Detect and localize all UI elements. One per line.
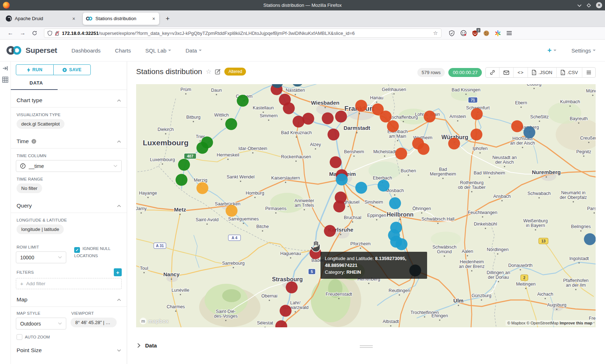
nav-dashboards[interactable]: Dashboards <box>71 47 100 54</box>
email-button[interactable] <box>499 68 513 77</box>
ignore-null-checkbox[interactable]: ✓ <box>74 247 80 253</box>
map-point[interactable] <box>511 120 523 132</box>
map-point[interactable] <box>237 95 249 107</box>
time-column-select[interactable]: __time <box>16 160 122 172</box>
auto-zoom-checkbox[interactable] <box>17 334 22 340</box>
menu-icon[interactable] <box>506 31 512 36</box>
export-json-button[interactable]: .JSON <box>528 68 556 77</box>
map-point[interactable] <box>396 238 408 250</box>
map-point[interactable] <box>324 225 336 237</box>
map-point[interactable] <box>302 113 314 125</box>
maximize-icon[interactable] <box>587 3 591 8</box>
map-point[interactable] <box>176 174 188 186</box>
minimize-icon[interactable] <box>577 4 582 7</box>
new-tab-button[interactable]: + <box>163 14 172 23</box>
tab-apache-druid[interactable]: Apache Druid × <box>3 13 79 25</box>
reload-icon[interactable] <box>29 31 40 36</box>
map-point[interactable] <box>335 111 347 123</box>
map-point[interactable] <box>471 108 483 120</box>
improve-map-link[interactable]: Improve this map <box>560 321 592 325</box>
add-filter-box[interactable]: + Add filter <box>16 278 122 289</box>
expand-panel-icon[interactable] <box>3 66 8 71</box>
back-button[interactable]: ← <box>4 30 17 36</box>
add-new-button[interactable]: + <box>547 46 556 55</box>
close-icon[interactable]: ✕ <box>596 2 602 8</box>
map-point[interactable] <box>286 282 298 294</box>
map-point[interactable] <box>328 129 340 141</box>
lock-insecure-icon[interactable] <box>55 31 59 36</box>
superset-logo[interactable]: Superset <box>6 45 57 56</box>
edit-properties-icon[interactable] <box>215 69 221 74</box>
tab-data[interactable]: DATA <box>11 79 127 90</box>
map-canvas[interactable]: PrümDaunCochemKastellaunSimmernBitburgWi… <box>136 84 596 327</box>
forward-button[interactable]: → <box>17 30 29 36</box>
map-point[interactable] <box>178 159 190 171</box>
osm-attribution-link[interactable]: © OpenStreetMap <box>526 321 560 325</box>
map-point[interactable] <box>197 142 209 154</box>
panel-resize-handle[interactable] <box>360 345 373 349</box>
add-filter-plus-button[interactable]: + <box>114 268 122 276</box>
nav-data[interactable]: Data <box>185 47 202 54</box>
chart-menu-button[interactable] <box>582 68 595 77</box>
cookie-icon[interactable] <box>483 30 489 36</box>
share-link-button[interactable] <box>486 68 499 77</box>
save-button[interactable]: SAVE <box>53 65 91 75</box>
map-point[interactable] <box>336 174 348 186</box>
map-point[interactable] <box>333 201 345 213</box>
extension-pinwheel-icon[interactable] <box>495 30 501 36</box>
map-point[interactable] <box>395 148 407 160</box>
favorite-star-icon[interactable]: ☆ <box>206 68 211 76</box>
map-point[interactable] <box>197 182 209 194</box>
map-point[interactable] <box>584 233 596 245</box>
embed-code-button[interactable]: <> <box>513 68 528 77</box>
container-mask-icon[interactable] <box>460 30 467 36</box>
ublock-icon[interactable]: 2 <box>472 30 478 36</box>
viz-type-value[interactable]: deck.gl Scatterplot <box>17 119 64 129</box>
viewport-value[interactable]: 8° 46' 45.28" | 49... <box>71 318 117 327</box>
map-point[interactable] <box>283 103 295 114</box>
altered-badge[interactable]: Altered <box>224 68 246 76</box>
section-chart-type[interactable]: Chart type <box>17 97 121 104</box>
section-query[interactable]: Query <box>17 203 121 209</box>
section-map[interactable]: Map <box>17 296 121 303</box>
map-point[interactable] <box>524 127 535 138</box>
lonlat-value[interactable]: longitude | latitude <box>17 224 64 234</box>
map-point[interactable] <box>448 138 460 150</box>
export-csv-button[interactable]: x.CSV <box>556 68 582 77</box>
datasource-grid-icon[interactable] <box>2 77 8 83</box>
map-point[interactable] <box>418 143 430 155</box>
map-point[interactable] <box>355 100 367 112</box>
map-point[interactable] <box>292 84 304 87</box>
bookmark-star-icon[interactable]: ☆ <box>433 30 438 36</box>
map-point[interactable] <box>330 156 342 168</box>
mapbox-logo[interactable]: mmapbox <box>140 318 169 324</box>
map-point[interactable] <box>389 197 401 209</box>
map-point[interactable] <box>471 129 483 141</box>
map-point[interactable] <box>355 182 367 194</box>
map-point[interactable] <box>322 113 334 124</box>
url-field[interactable]: 172.18.0.4:32251/superset/explore/?form_… <box>44 28 442 38</box>
map-style-select[interactable]: Outdoors <box>16 318 66 329</box>
run-button[interactable]: RUN <box>16 65 53 75</box>
section-point-size[interactable]: Point Size <box>17 347 121 354</box>
time-range-value[interactable]: No filter <box>17 183 42 193</box>
data-panel-toggle[interactable]: Data <box>137 342 157 349</box>
shield-icon[interactable] <box>48 31 52 36</box>
map-point[interactable] <box>424 111 436 123</box>
section-time[interactable]: Time i <box>17 138 121 145</box>
map-point[interactable] <box>387 120 399 132</box>
map-point[interactable] <box>280 305 292 317</box>
tab-close-icon[interactable]: × <box>71 16 76 22</box>
protections-shield-icon[interactable] <box>449 30 455 36</box>
tab-close-icon[interactable]: × <box>151 16 156 22</box>
map-point[interactable] <box>378 180 390 192</box>
map-point[interactable] <box>225 118 237 130</box>
map-point[interactable] <box>380 111 392 123</box>
nav-charts[interactable]: Charts <box>115 47 131 54</box>
row-limit-select[interactable]: 10000 <box>16 251 66 263</box>
map-point[interactable] <box>226 205 238 217</box>
mapbox-attribution-link[interactable]: © Mapbox <box>507 321 526 325</box>
settings-menu[interactable]: Settings <box>572 47 596 54</box>
nav-sql-lab[interactable]: SQL Lab <box>145 47 171 54</box>
tab-stations-distribution[interactable]: Stations distribution × <box>83 13 159 25</box>
